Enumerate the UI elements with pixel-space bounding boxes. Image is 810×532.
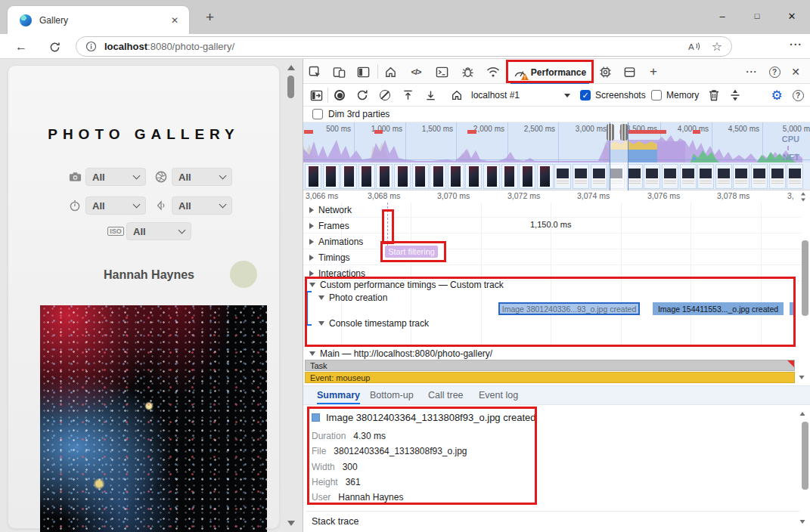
- browser-tab-gallery[interactable]: Gallery ✕: [8, 6, 189, 34]
- expand-icon[interactable]: [309, 239, 314, 245]
- track-network[interactable]: Network: [303, 203, 801, 218]
- timeline-overview[interactable]: 500 ms 1,000 ms 1,500 ms 2,000 ms 2,500 …: [303, 122, 810, 162]
- screenshot-thumbnail[interactable]: [644, 164, 660, 189]
- screenshot-thumbnail[interactable]: [537, 164, 554, 189]
- tab-close-icon[interactable]: ✕: [168, 14, 182, 27]
- event-mouseup-bar[interactable]: Event: mouseup: [305, 372, 795, 383]
- minimize-button[interactable]: –: [710, 5, 734, 27]
- live-metrics-sidebar-icon[interactable]: [308, 87, 324, 104]
- toolbar-help-icon[interactable]: ?: [790, 87, 806, 104]
- new-tab-button[interactable]: +: [201, 9, 219, 26]
- target-selector[interactable]: localhost #1: [471, 90, 520, 101]
- memory-chip-icon[interactable]: [597, 63, 613, 80]
- event-bar-image-created-selected[interactable]: Image 3801240336...93_o.jpg created: [498, 302, 640, 315]
- capture-settings-gear-icon[interactable]: ⚙: [768, 87, 785, 104]
- screenshot-thumbnail[interactable]: [751, 164, 768, 189]
- collapse-icon[interactable]: [318, 321, 324, 326]
- screenshot-thumbnail[interactable]: [554, 164, 571, 189]
- track-timings[interactable]: Timings: [303, 250, 801, 265]
- reload-button[interactable]: [45, 38, 64, 56]
- screenshot-thumbnail[interactable]: [787, 164, 803, 189]
- screenshot-thumbnail[interactable]: [680, 164, 697, 189]
- flash-filter-select[interactable]: All: [172, 196, 232, 215]
- devtools-menu-button[interactable]: ···: [743, 63, 760, 80]
- tab-performance[interactable]: Performance: [509, 61, 591, 84]
- scroll-up-icon[interactable]: [800, 412, 805, 416]
- screenshot-thumbnail[interactable]: [412, 164, 429, 189]
- event-bar-image-created-clipped[interactable]: [790, 302, 794, 315]
- application-storage-icon[interactable]: [621, 63, 638, 80]
- expand-icon[interactable]: [309, 255, 314, 261]
- trash-icon[interactable]: [706, 87, 722, 104]
- screenshot-thumbnail[interactable]: [626, 164, 643, 189]
- start-filtering-marker[interactable]: Start filtering: [385, 246, 438, 258]
- target-home-icon[interactable]: [448, 87, 465, 104]
- debugger-bug-icon[interactable]: [459, 63, 476, 80]
- devtools-close-button[interactable]: ✕: [787, 63, 804, 80]
- site-info-icon[interactable]: [85, 41, 97, 52]
- dim-3rd-parties-checkbox[interactable]: [312, 109, 323, 119]
- screenshot-thumbnail[interactable]: [358, 164, 375, 189]
- selection-left-handle[interactable]: [607, 124, 614, 141]
- screenshot-thumbnail[interactable]: [573, 164, 589, 189]
- photo-creation-track-header[interactable]: Photo creation: [318, 292, 387, 303]
- shutter-filter-select[interactable]: All: [85, 196, 146, 215]
- page-scrollbar[interactable]: [286, 59, 296, 532]
- main-thread-header[interactable]: Main — http://localhost:8080/photo-galle…: [309, 348, 492, 359]
- screenshot-thumbnail[interactable]: [376, 164, 393, 189]
- home-panel-icon[interactable]: [382, 63, 399, 80]
- tracks-scrollbar-thumb[interactable]: [802, 240, 808, 316]
- expand-icon[interactable]: [309, 223, 314, 229]
- collapse-icon[interactable]: [309, 351, 315, 356]
- task-flame-bar[interactable]: Task: [305, 360, 795, 371]
- device-toolbar-icon[interactable]: [331, 63, 347, 80]
- tab-event-log[interactable]: Event log: [479, 390, 518, 401]
- scroll-down-icon[interactable]: [287, 521, 295, 526]
- url-field[interactable]: localhost:8080/photo-gallery/ A ☆: [76, 36, 732, 57]
- browser-menu-button[interactable]: ···: [790, 39, 802, 51]
- save-profile-button[interactable]: [422, 87, 439, 104]
- screenshot-thumbnail[interactable]: [305, 164, 321, 189]
- inspect-element-icon[interactable]: [306, 63, 323, 80]
- summary-scrollbar-thumb[interactable]: [802, 422, 808, 490]
- collapse-icon[interactable]: [309, 283, 315, 287]
- console-timestamp-track-header[interactable]: Console timestamp track: [318, 318, 429, 329]
- target-dropdown-icon[interactable]: [564, 94, 570, 97]
- screenshot-thumbnail[interactable]: [715, 164, 732, 189]
- selection-right-handle[interactable]: [620, 124, 628, 141]
- scroll-down-icon[interactable]: [800, 520, 805, 524]
- screenshot-thumbnail[interactable]: [501, 164, 518, 189]
- console-panel-icon[interactable]: [433, 63, 450, 80]
- screenshot-thumbnail[interactable]: [340, 164, 357, 189]
- screenshot-thumbnail[interactable]: [519, 164, 535, 189]
- favorites-star-icon[interactable]: ☆: [712, 39, 722, 54]
- screenshot-thumbnail[interactable]: [662, 164, 678, 189]
- record-button[interactable]: [331, 87, 348, 104]
- maximize-button[interactable]: □: [745, 5, 769, 27]
- window-close-button[interactable]: ✕: [780, 5, 804, 27]
- collapse-expand-icon[interactable]: [727, 87, 743, 104]
- more-tabs-button[interactable]: +: [645, 63, 662, 80]
- screenshot-filmstrip[interactable]: [303, 162, 810, 190]
- scroll-up-icon[interactable]: [801, 192, 805, 195]
- scroll-down-icon[interactable]: [799, 376, 805, 379]
- track-interactions[interactable]: Interactions: [303, 266, 801, 281]
- tab-bottom-up[interactable]: Bottom-up: [370, 390, 414, 401]
- screenshot-thumbnail[interactable]: [430, 164, 446, 189]
- back-button[interactable]: ←: [12, 38, 30, 56]
- screenshot-thumbnail[interactable]: [323, 164, 340, 189]
- memory-checkbox[interactable]: [651, 90, 662, 101]
- gallery-photo[interactable]: [40, 305, 267, 532]
- scroll-down-icon[interactable]: [801, 198, 805, 201]
- expand-icon[interactable]: [309, 271, 314, 277]
- tab-summary[interactable]: Summary: [317, 390, 360, 404]
- dock-side-icon[interactable]: [355, 63, 371, 80]
- screenshot-thumbnail[interactable]: [483, 164, 500, 189]
- screenshot-thumbnail[interactable]: [394, 164, 411, 189]
- avatar[interactable]: [230, 261, 257, 288]
- screenshot-thumbnail[interactable]: [465, 164, 482, 189]
- aperture-filter-select[interactable]: All: [172, 168, 232, 186]
- scroll-up-icon[interactable]: [287, 65, 295, 70]
- devtools-help-icon[interactable]: ?: [766, 63, 783, 80]
- custom-track-header[interactable]: Custom performance timings — Custom trac…: [309, 280, 504, 290]
